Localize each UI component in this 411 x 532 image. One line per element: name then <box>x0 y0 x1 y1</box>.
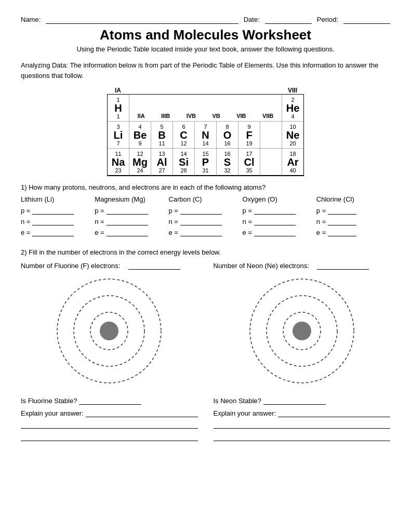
neon-stable-label: Is Neon Stable? <box>214 397 262 405</box>
blank-e-chlorine[interactable] <box>328 228 356 236</box>
blank-e-lithium[interactable] <box>32 228 74 236</box>
atom-name-lithium: Lithium (Li) <box>21 195 95 203</box>
q2-number: 2) <box>21 248 27 256</box>
H-number-top: 1 <box>116 97 120 103</box>
electron-col-neon: Number of Neon (Ne) electrons: <box>214 261 391 388</box>
fill-n-lithium: n = <box>21 217 95 225</box>
neon-stable-line: Is Neon Stable? <box>214 396 391 405</box>
atom-col-chlorine: Chlorine (Cl) p = n = e = <box>316 195 390 239</box>
atom-name-carbon: Carbon (C) <box>168 195 242 203</box>
blank-p-oxygen[interactable] <box>254 206 296 215</box>
fluorine-diagram <box>52 274 166 388</box>
element-Na: 11 Na 23 <box>108 149 129 176</box>
element-P: 15 P 31 <box>195 149 217 176</box>
neon-stable-col: Is Neon Stable? Explain your answer: <box>214 396 391 445</box>
period-label: Period: <box>317 16 338 23</box>
question-1: 1) How many protons, neutrons, and elect… <box>21 183 390 239</box>
sh-IIIB: IIIB <box>161 113 170 119</box>
blank-p-magnesium[interactable] <box>107 206 148 215</box>
He-number-top: 2 <box>291 97 294 103</box>
fluorine-long-blank-1[interactable] <box>21 420 198 429</box>
svg-point-7 <box>293 322 311 340</box>
element-Ne: 10 Ne 20 <box>282 122 304 149</box>
blank-n-carbon[interactable] <box>180 217 222 225</box>
sh-VIB: VIB <box>236 113 246 119</box>
fill-n-chlorine: n = <box>316 217 390 225</box>
neon-diagram <box>245 274 359 388</box>
blank-e-oxygen[interactable] <box>254 228 296 236</box>
He-number-bottom: 4 <box>291 113 294 119</box>
fluorine-stable-blank[interactable] <box>79 396 141 405</box>
element-Si: 14 Si 28 <box>173 149 195 176</box>
neon-label: Number of Neon (Ne) electrons: <box>214 261 391 270</box>
blank-n-chlorine[interactable] <box>328 217 356 225</box>
blank-e-carbon[interactable] <box>180 228 222 236</box>
sh-IIA: IIA <box>138 113 145 119</box>
fill-e-magnesium: e = <box>95 228 168 236</box>
fluorine-svg <box>52 274 166 388</box>
q2-text: 2) Fill in the number of electrons in th… <box>21 248 390 256</box>
question-2: 2) Fill in the number of electrons in th… <box>21 248 390 388</box>
name-label: Name: <box>21 16 41 23</box>
fluorine-electron-blank[interactable] <box>128 261 180 270</box>
element-Ar: 18 Ar 40 <box>282 149 304 176</box>
fluorine-label: Number of Fluorine (F) electrons: <box>21 261 198 270</box>
neon-long-blank-2[interactable] <box>214 433 391 441</box>
fill-n-magnesium: n = <box>95 217 168 225</box>
analyzing-text: Analyzing Data: The information below is… <box>21 60 390 81</box>
atoms-row: Lithium (Li) p = n = e = Magnesium (Mg) … <box>21 195 390 239</box>
stable-section: Is Fluorine Stable? Explain your answer:… <box>21 396 390 445</box>
neon-long-blank-1[interactable] <box>214 420 391 429</box>
period-blank[interactable] <box>343 15 390 24</box>
sh-VB: VB <box>212 113 220 119</box>
element-S: 16 S 32 <box>217 149 238 176</box>
neon-electron-blank[interactable] <box>317 261 369 270</box>
neon-stable-blank[interactable] <box>263 396 326 405</box>
atom-name-chlorine: Chlorine (Cl) <box>316 195 390 203</box>
neon-svg <box>245 274 359 388</box>
fill-e-lithium: e = <box>21 228 95 236</box>
atom-col-carbon: Carbon (C) p = n = e = <box>168 195 242 239</box>
neon-explain-blank[interactable] <box>278 409 390 417</box>
H-number-bottom: 1 <box>116 113 120 119</box>
atom-name-magnesium: Magnesium (Mg) <box>95 195 168 203</box>
element-Mg: 12 Mg 24 <box>129 149 151 176</box>
sh-VIIB: VIIB <box>262 113 273 119</box>
name-blank[interactable] <box>46 15 238 24</box>
atom-col-magnesium: Magnesium (Mg) p = n = e = <box>95 195 168 239</box>
empty-col7-row2 <box>260 149 282 176</box>
blank-p-lithium[interactable] <box>32 206 74 215</box>
blank-n-magnesium[interactable] <box>107 217 148 225</box>
fill-p-lithium: p = <box>21 206 95 215</box>
element-Al: 13 Al 27 <box>151 149 173 176</box>
electron-col-fluorine: Number of Fluorine (F) electrons: <box>21 261 198 388</box>
subtitle: Using the Periodic Table located inside … <box>21 45 390 53</box>
element-H: 1 H 1 <box>108 95 129 122</box>
date-blank[interactable] <box>265 15 312 24</box>
fill-p-carbon: p = <box>168 206 242 215</box>
fluorine-long-blank-2[interactable] <box>21 433 198 441</box>
element-Be: 4 Be 9 <box>129 122 151 149</box>
blank-p-carbon[interactable] <box>180 206 222 215</box>
fluorine-explain-blank[interactable] <box>86 409 198 417</box>
date-label: Date: <box>244 16 260 23</box>
fluorine-stable-col: Is Fluorine Stable? Explain your answer: <box>21 396 198 445</box>
group-header-IA: IA <box>107 87 129 94</box>
blank-n-oxygen[interactable] <box>254 217 296 225</box>
electron-row: Number of Fluorine (F) electrons: N <box>21 261 390 388</box>
element-C: 6 C 12 <box>173 122 195 149</box>
header-line: Name: Date: Period: <box>21 15 390 24</box>
element-Cl: 17 Cl 35 <box>238 149 260 176</box>
fluorine-stable-label: Is Fluorine Stable? <box>21 397 77 405</box>
fluorine-stable-line: Is Fluorine Stable? <box>21 396 198 405</box>
fill-e-oxygen: e = <box>243 228 316 236</box>
q1-text: 1) How many protons, neutrons, and elect… <box>21 183 390 191</box>
q1-number: 1) <box>21 183 27 191</box>
blank-p-chlorine[interactable] <box>328 206 356 215</box>
fill-p-magnesium: p = <box>95 206 168 215</box>
blank-e-magnesium[interactable] <box>107 228 148 236</box>
neon-explain-label: Explain your answer: <box>214 409 391 417</box>
fill-n-carbon: n = <box>168 217 242 225</box>
blank-n-lithium[interactable] <box>32 217 74 225</box>
empty-col7-row1 <box>260 122 282 149</box>
